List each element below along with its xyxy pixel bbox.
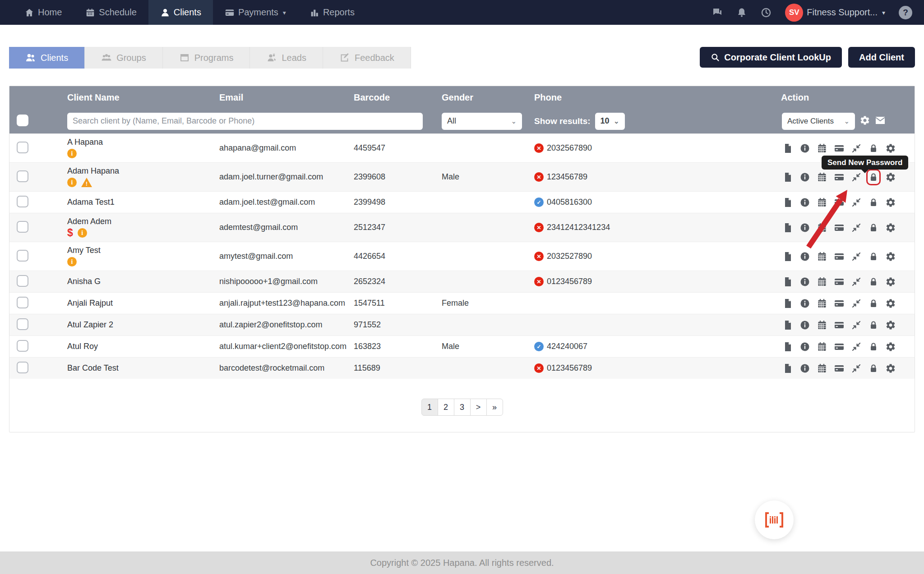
- info-icon[interactable]: i: [67, 257, 77, 266]
- account-menu[interactable]: SV Fitness Support... ▾: [785, 4, 885, 22]
- info-icon[interactable]: i: [67, 178, 77, 187]
- tab-clients[interactable]: Clients: [9, 47, 85, 69]
- row-checkbox[interactable]: [17, 275, 28, 287]
- compress-icon[interactable]: [850, 142, 862, 155]
- row-checkbox[interactable]: [17, 340, 28, 352]
- credit-card-icon[interactable]: [833, 170, 845, 184]
- compress-icon[interactable]: [850, 170, 862, 184]
- row-checkbox[interactable]: [17, 196, 28, 207]
- client-status-select[interactable]: Active Clients ⌄: [782, 113, 855, 130]
- gender-select[interactable]: All ⌄: [442, 113, 522, 130]
- chat-icon[interactable]: [712, 7, 723, 18]
- info-icon[interactable]: [799, 221, 811, 234]
- pagination-button[interactable]: 1: [421, 399, 438, 416]
- tab-feedback[interactable]: Feedback: [323, 47, 411, 69]
- lock-icon[interactable]: [868, 170, 879, 184]
- compress-icon[interactable]: [850, 297, 862, 310]
- corporate-client-lookup-button[interactable]: Corporate Client LookUp: [700, 47, 842, 68]
- lock-icon[interactable]: [868, 196, 879, 209]
- tab-groups[interactable]: Groups: [85, 47, 163, 69]
- pagination-button[interactable]: 2: [438, 399, 454, 416]
- calendar-icon[interactable]: [816, 170, 828, 184]
- credit-card-icon[interactable]: [833, 297, 845, 310]
- info-icon[interactable]: [799, 275, 811, 289]
- info-icon[interactable]: [799, 170, 811, 184]
- document-icon[interactable]: [782, 250, 794, 263]
- nav-item-schedule[interactable]: Schedule: [74, 0, 148, 25]
- compress-icon[interactable]: [850, 221, 862, 234]
- compress-icon[interactable]: [850, 250, 862, 263]
- lock-icon[interactable]: [868, 340, 879, 354]
- nav-item-payments[interactable]: Payments ▾: [213, 0, 298, 25]
- gear-icon[interactable]: [885, 250, 896, 263]
- compress-icon[interactable]: [850, 275, 862, 289]
- calendar-icon[interactable]: [816, 318, 828, 332]
- lock-icon[interactable]: [868, 142, 879, 155]
- compress-icon[interactable]: [850, 340, 862, 354]
- row-checkbox[interactable]: [17, 318, 28, 330]
- outstanding-balance-icon[interactable]: $: [67, 227, 73, 239]
- pagination-button[interactable]: 3: [454, 399, 471, 416]
- gear-icon[interactable]: [885, 362, 896, 375]
- gear-icon[interactable]: [885, 275, 896, 289]
- credit-card-icon[interactable]: [833, 340, 845, 354]
- document-icon[interactable]: [782, 362, 794, 375]
- document-icon[interactable]: [782, 142, 794, 155]
- nav-item-home[interactable]: Home: [13, 0, 74, 25]
- row-checkbox[interactable]: [17, 221, 28, 233]
- nav-item-clients[interactable]: Clients: [148, 0, 213, 25]
- nav-item-reports[interactable]: Reports: [298, 0, 366, 25]
- credit-card-icon[interactable]: [833, 221, 845, 234]
- document-icon[interactable]: [782, 221, 794, 234]
- document-icon[interactable]: [782, 318, 794, 332]
- compress-icon[interactable]: [850, 318, 862, 332]
- credit-card-icon[interactable]: [833, 362, 845, 375]
- tab-programs[interactable]: Programs: [163, 47, 250, 69]
- credit-card-icon[interactable]: [833, 275, 845, 289]
- row-checkbox[interactable]: [17, 250, 28, 262]
- compress-icon[interactable]: [850, 362, 862, 375]
- info-icon[interactable]: [799, 318, 811, 332]
- lock-icon[interactable]: [868, 362, 879, 375]
- lock-icon[interactable]: [868, 250, 879, 263]
- document-icon[interactable]: [782, 170, 794, 184]
- document-icon[interactable]: [782, 196, 794, 209]
- calendar-icon[interactable]: [816, 142, 828, 155]
- calendar-icon[interactable]: [816, 362, 828, 375]
- envelope-icon[interactable]: [875, 115, 886, 128]
- pagination-button[interactable]: >: [470, 399, 487, 416]
- help-icon[interactable]: ?: [899, 6, 912, 19]
- gear-icon[interactable]: [885, 221, 896, 234]
- info-icon[interactable]: i: [78, 228, 87, 238]
- info-icon[interactable]: [799, 250, 811, 263]
- tab-leads[interactable]: Leads: [250, 47, 323, 69]
- calendar-icon[interactable]: [816, 340, 828, 354]
- credit-card-icon[interactable]: [833, 142, 845, 155]
- calendar-icon[interactable]: [816, 275, 828, 289]
- gear-icon[interactable]: [885, 340, 896, 354]
- show-results-select[interactable]: 10 ⌄: [595, 113, 625, 130]
- info-icon[interactable]: [799, 340, 811, 354]
- row-checkbox[interactable]: [17, 142, 28, 153]
- lock-icon[interactable]: [868, 297, 879, 310]
- pagination-button[interactable]: »: [486, 399, 503, 416]
- document-icon[interactable]: [782, 275, 794, 289]
- info-icon[interactable]: i: [67, 149, 77, 158]
- warning-icon[interactable]: !: [81, 178, 92, 187]
- gear-icon[interactable]: [885, 170, 896, 184]
- lock-icon[interactable]: [868, 221, 879, 234]
- credit-card-icon[interactable]: [833, 318, 845, 332]
- search-input[interactable]: [67, 113, 423, 130]
- gear-icon[interactable]: [885, 196, 896, 209]
- credit-card-icon[interactable]: [833, 196, 845, 209]
- credit-card-icon[interactable]: [833, 250, 845, 263]
- barcode-scan-button[interactable]: [755, 501, 794, 539]
- info-icon[interactable]: [799, 297, 811, 310]
- select-all-checkbox[interactable]: [17, 115, 28, 126]
- info-icon[interactable]: [799, 362, 811, 375]
- info-icon[interactable]: [799, 196, 811, 209]
- settings-gear-icon[interactable]: [859, 115, 870, 128]
- row-checkbox[interactable]: [17, 297, 28, 308]
- calendar-icon[interactable]: [816, 196, 828, 209]
- gear-icon[interactable]: [885, 297, 896, 310]
